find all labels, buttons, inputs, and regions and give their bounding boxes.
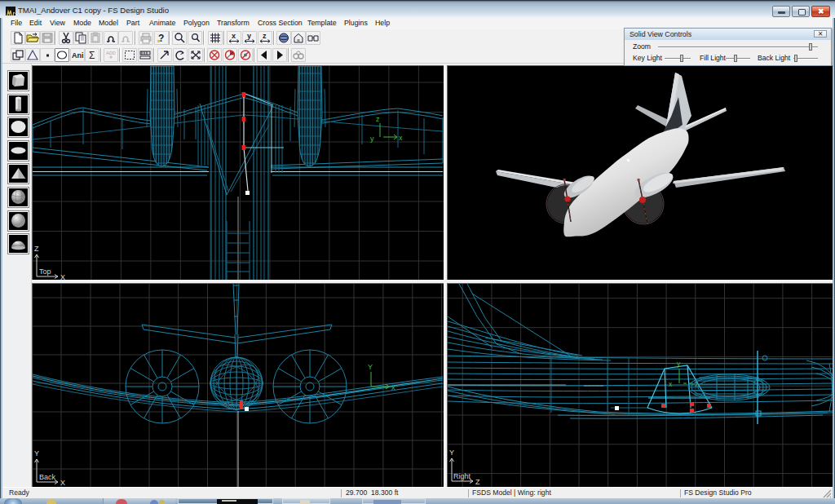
svg-text:Y: Y <box>34 449 39 458</box>
svg-text:Right: Right <box>453 472 471 480</box>
svg-text:X: X <box>60 273 65 280</box>
svg-text:y: y <box>247 32 251 40</box>
svg-text:Z: Z <box>34 245 39 253</box>
svg-text:Back: Back <box>39 473 56 481</box>
svg-text:Z: Z <box>475 478 480 486</box>
svg-text:x: x <box>232 32 236 40</box>
svg-text:X: X <box>60 479 65 487</box>
svg-text:x: x <box>399 134 403 142</box>
svg-text:Y: Y <box>449 449 454 457</box>
svg-text:x: x <box>391 383 395 391</box>
svg-text:y: y <box>370 135 374 143</box>
svg-text:ADD: ADD <box>106 51 116 55</box>
svg-text:Ani: Ani <box>72 51 84 60</box>
svg-text:Top: Top <box>39 267 51 276</box>
svg-text:Σ: Σ <box>89 50 95 61</box>
svg-text:z: z <box>263 32 267 40</box>
svg-text:z: z <box>695 380 698 388</box>
svg-text:x: x <box>669 380 673 388</box>
svg-text:Y: Y <box>368 363 373 371</box>
svg-text:z: z <box>376 115 380 123</box>
